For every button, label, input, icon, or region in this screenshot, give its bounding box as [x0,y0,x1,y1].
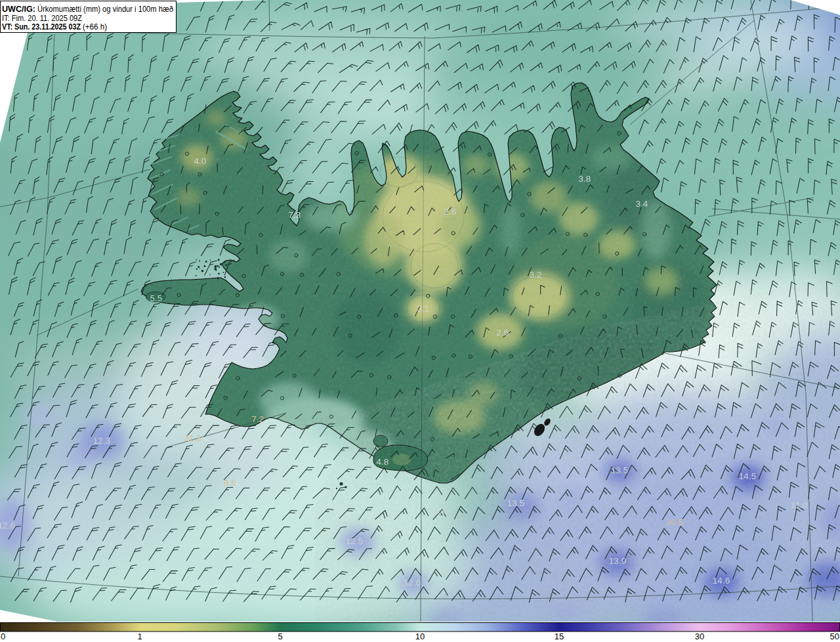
svg-text:Úrkomumætti (mm) og vindur i 1: Úrkomumætti (mm) og vindur i 100m hæð [37,4,173,14]
svg-text:2.6: 2.6 [444,207,457,217]
svg-text:1: 1 [137,631,142,641]
svg-text:4.0: 4.0 [194,156,207,166]
svg-text:(+66 h): (+66 h) [83,22,107,32]
svg-text:8.6: 8.6 [224,478,236,488]
svg-text:3.1: 3.1 [417,304,430,314]
svg-text:10: 10 [415,631,425,641]
svg-text:12.6: 12.6 [404,578,421,588]
svg-text:13.9: 13.9 [609,556,626,566]
svg-text:15: 15 [555,631,564,641]
svg-text:12.6: 12.6 [430,505,447,515]
svg-text:2.6: 2.6 [497,328,509,337]
svg-text:13.5: 13.5 [507,498,524,508]
svg-text:IT: Fim. 20. 11. 2025 09Z: IT: Fim. 20. 11. 2025 09Z [2,14,82,23]
svg-text:11.3: 11.3 [184,433,201,443]
svg-text:12.5: 12.5 [346,536,363,546]
svg-text:14.6: 14.6 [713,576,730,586]
svg-text:3.8: 3.8 [579,174,591,184]
svg-text:7.2: 7.2 [252,414,264,424]
svg-text:3.2: 3.2 [530,270,542,280]
svg-text:4.8: 4.8 [377,457,389,467]
svg-text:12.3: 12.3 [93,436,110,446]
svg-text:14.5: 14.5 [739,471,756,481]
svg-text:30: 30 [695,631,704,641]
svg-text:5: 5 [278,631,282,641]
svg-text:0: 0 [1,631,5,641]
svg-text:7.8: 7.8 [289,210,301,220]
svg-text:13.5: 13.5 [611,465,628,475]
svg-text:UWC/IG:: UWC/IG: [2,4,35,14]
svg-text:12.6: 12.6 [0,521,15,530]
svg-text:5.5: 5.5 [150,293,163,303]
svg-text:VT: Sun. 23.11.2025 03Z: VT: Sun. 23.11.2025 03Z [2,22,81,32]
svg-text:50: 50 [830,631,839,641]
svg-text:20.5: 20.5 [666,517,683,527]
svg-text:11.0: 11.0 [791,500,807,510]
svg-text:3.4: 3.4 [636,199,648,209]
